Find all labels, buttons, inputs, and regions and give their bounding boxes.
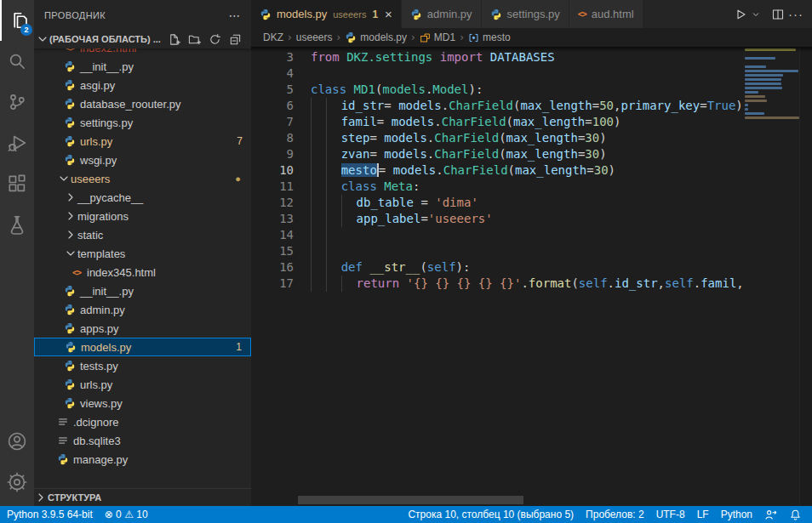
more-actions-icon[interactable]: ··· [788,5,803,24]
split-editor-icon[interactable] [771,5,785,24]
tree-item-migrations[interactable]: migrations [34,207,251,225]
python-file-icon [490,9,502,20]
tree-item-asgi.py[interactable]: asgi.py [34,76,251,94]
tab-aud.html[interactable]: <>aud.html [569,0,643,28]
chevron-down-icon [36,32,49,46]
run-icon[interactable] [734,5,747,24]
code-line-7[interactable]: 7famil= models.CharField(max_length=100) [251,114,745,130]
tree-item-static[interactable]: static [34,225,251,244]
tree-item-db.sqlite3[interactable]: db.sqlite3 [34,431,251,450]
tab-admin.py[interactable]: admin.py [402,0,482,28]
code-line-5[interactable]: 5class MD1(models.Model): [251,82,745,98]
status-indentation[interactable]: Пробелов: 2 [586,509,644,520]
breadcrumb-item-useeers[interactable]: useeers [296,31,333,43]
code-line-8[interactable]: 8step= models.CharField(max_length=30) [251,130,745,146]
status-language-mode[interactable]: Python [721,509,752,520]
tree-item-__pycache__[interactable]: __pycache__ [34,188,251,207]
status-problems[interactable]: ⊗ 0 ⚠ 10 [105,509,148,520]
tree-item-templates[interactable]: templates [34,244,251,263]
status-notifications-icon[interactable] [789,509,802,521]
code-line-11[interactable]: 11class Meta: [251,179,745,195]
tree-item-urls.py[interactable]: urls.py [34,375,251,394]
tree-item-manage.py[interactable]: manage.py [34,450,251,469]
breadcrumb-separator: › [288,31,292,43]
collapse-all-icon[interactable] [227,31,243,47]
minimap[interactable] [745,47,800,506]
breadcrumb-item-models.py[interactable]: models.py [345,31,407,43]
tab-models.py[interactable]: models.pyuseeers1× [251,0,402,28]
tree-item-wsgi.py[interactable]: wsgi.py [34,151,251,169]
tree-item-views.py[interactable]: views.py [34,394,251,412]
tree-item-apps.py[interactable]: apps.py [34,319,251,338]
line-number: 11 [251,179,294,195]
status-label: LF [697,509,709,520]
code-line-13[interactable]: 13app_label='useeers' [251,211,745,227]
activity-item-explorer-icon[interactable]: 2 [0,0,36,41]
code-line-15[interactable]: 15 [251,243,745,259]
python-file-icon [64,60,76,72]
line-number: 6 [251,98,294,114]
activity-item-run-debug-icon[interactable] [0,122,34,163]
breadcrumb-label: mesto [483,31,511,43]
activity-item-source-control-icon[interactable] [0,82,34,122]
code-line-10[interactable]: 10mesto= models.CharField(max_length=30) [251,162,745,179]
code-lines: 3from DKZ.settings import DATABASES45cla… [251,49,745,292]
tree-item-__init__.py[interactable]: __init__.py [34,57,251,76]
activity-item-extensions-icon[interactable] [0,163,34,204]
breadcrumb-separator: › [337,31,341,43]
new-file-icon[interactable] [166,31,181,47]
refresh-icon[interactable] [207,31,222,47]
tab-settings.py[interactable]: settings.py [482,0,569,28]
breadcrumb-item-DKZ[interactable]: DKZ [263,31,283,43]
status-label: Python 3.9.5 64-bit [7,509,93,520]
tree-item-models.py[interactable]: models.py1 [34,338,251,356]
workspace-section-header[interactable]: (РАБОЧАЯ ОБЛАСТЬ) ... [34,30,251,48]
tree-item-index345.html[interactable]: <>index345.html [34,263,251,281]
tree-item-database_roouter.py[interactable]: database_roouter.py [34,94,251,113]
run-dropdown-icon[interactable] [751,5,761,24]
python-file-icon [64,322,76,334]
tree-item-index2.html[interactable]: <>index2.html [34,48,251,57]
activity-item-search-icon[interactable] [0,41,34,82]
tree-item-admin.py[interactable]: admin.py [34,300,251,319]
tree-item-label: settings.py [80,117,133,129]
breadcrumb-item-MD1[interactable]: MD1 [420,31,455,43]
status-cursor-position[interactable]: Строка 10, столбец 10 (выбрано 5) [408,509,574,520]
status-encoding[interactable]: UTF-8 [656,509,685,520]
problems-badge: 7 [237,135,243,147]
tree-item-useeers[interactable]: useeers● [34,169,251,188]
code-editor[interactable]: 3from DKZ.settings import DATABASES45cla… [251,47,812,506]
outline-section-header[interactable]: СТРУКТУРА [34,488,251,506]
tree-item-tests.py[interactable]: tests.py [34,356,251,375]
chevron-right-icon [64,228,77,242]
tree-item-settings.py[interactable]: settings.py [34,113,251,132]
html-file-icon: <> [578,9,586,19]
code-line-3[interactable]: 3from DKZ.settings import DATABASES [251,49,745,65]
new-folder-icon[interactable] [186,31,202,47]
sidebar-more-actions-icon[interactable]: ⋯ [229,9,241,22]
activity-item-account-icon[interactable] [0,421,34,462]
horizontal-scrollbar[interactable] [298,496,523,504]
code-line-6[interactable]: 6id_str= models.CharField(max_length=50,… [251,98,745,114]
tree-item-urls.py[interactable]: urls.py7 [34,132,251,151]
tree-item-.dcignore[interactable]: .dcignore [34,412,251,431]
tree-item-__init__.py[interactable]: __init__.py [34,281,251,300]
tab-label: models.py [277,8,327,20]
status-feedback-icon[interactable] [764,509,777,521]
code-line-12[interactable]: 12db_table = 'dima' [251,195,745,211]
status-eol[interactable]: LF [697,509,709,520]
status-bar-left: Python 3.9.5 64-bit⊗ 0 ⚠ 10 [0,509,148,520]
activity-item-testing-icon[interactable] [0,204,34,245]
activity-item-settings-icon[interactable] [0,462,34,503]
tree-item-label: urls.py [80,135,112,148]
line-number: 14 [251,227,294,243]
code-line-14[interactable]: 14 [251,227,745,243]
code-line-4[interactable]: 4 [251,65,745,82]
status-interpreter[interactable]: Python 3.9.5 64-bit [7,509,93,520]
code-line-16[interactable]: 16def __str__(self): [251,259,745,276]
close-icon[interactable]: × [385,8,392,20]
code-line-17[interactable]: 17return '{} {} {} {} {}'.format(self.id… [251,276,745,292]
code-line-9[interactable]: 9zvan= models.CharField(max_length=30) [251,146,745,162]
breadcrumb-item-mesto[interactable]: mesto [468,31,511,43]
python-file-icon [64,154,76,166]
